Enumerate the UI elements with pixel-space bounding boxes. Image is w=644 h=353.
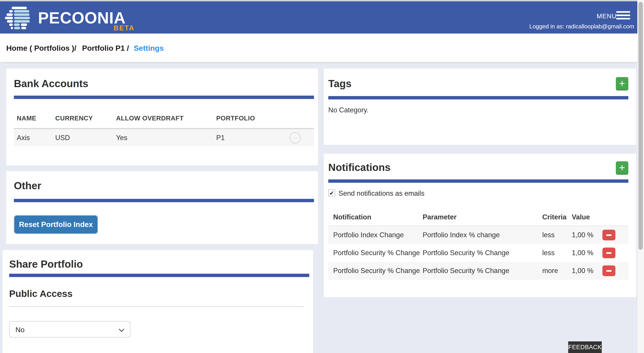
bank-cell-name: Axis bbox=[17, 129, 30, 146]
share-portfolio-title: Share Portfolio bbox=[9, 258, 83, 270]
remove-icon bbox=[606, 234, 612, 236]
reset-portfolio-index-button[interactable]: Reset Portfolio Index bbox=[14, 215, 98, 234]
remove-notification-button[interactable] bbox=[602, 265, 616, 276]
send-emails-checkbox[interactable]: ✔ bbox=[328, 189, 335, 196]
notif-cell-criteria: less bbox=[542, 244, 554, 262]
section-divider-bar bbox=[9, 274, 309, 277]
bank-cell-currency: USD bbox=[55, 129, 70, 146]
chevron-down-icon bbox=[120, 327, 124, 331]
breadcrumb-home-link[interactable]: Home ( Portfolios )/ bbox=[6, 44, 76, 52]
send-emails-checkbox-label: Send notifications as emails bbox=[338, 189, 424, 198]
section-divider-bar bbox=[14, 96, 314, 99]
public-access-selected-value: No bbox=[16, 326, 24, 334]
bank-table-header: NAME CURRENCY ALLOW OVERDRAFT PORTFOLIO bbox=[14, 115, 314, 124]
table-row: Portfolio Index Change Portfolio Index %… bbox=[328, 226, 628, 244]
public-access-heading: Public Access bbox=[9, 289, 72, 299]
bank-col-allow-overdraft: ALLOW OVERDRAFT bbox=[116, 115, 184, 122]
breadcrumb-settings-current[interactable]: Settings bbox=[134, 44, 164, 52]
notif-cell-notification: Portfolio Index Change bbox=[333, 226, 404, 244]
notif-col-parameter: Parameter bbox=[422, 213, 456, 221]
remove-notification-button[interactable] bbox=[602, 248, 616, 258]
beta-badge: BETA bbox=[114, 24, 134, 32]
notif-cell-parameter: Portfolio Security % Change bbox=[422, 262, 510, 280]
notifications-card: Notifications + ✔ Send notifications as … bbox=[324, 154, 636, 297]
logged-in-status: Logged in as: radicallooplab@gmail.com bbox=[529, 23, 634, 30]
scrollbar-track[interactable] bbox=[637, 0, 644, 353]
tags-card: Tags + No Category. bbox=[324, 69, 636, 145]
table-row: Portfolio Security % Change Portfolio Se… bbox=[328, 244, 628, 262]
notif-cell-value: 1,00 % bbox=[572, 244, 594, 262]
section-divider-bar bbox=[328, 96, 628, 99]
breadcrumb-portfolio-link[interactable]: Portfolio P1 / bbox=[82, 44, 129, 52]
notif-cell-criteria: more bbox=[542, 262, 558, 280]
bank-cell-allow-overdraft: Yes bbox=[116, 129, 128, 146]
remove-notification-button[interactable] bbox=[602, 230, 616, 240]
add-tag-button[interactable]: + bbox=[616, 77, 628, 90]
feedback-button[interactable]: FEEDBACK bbox=[568, 341, 602, 353]
notif-cell-criteria: less bbox=[542, 226, 554, 244]
notif-cell-parameter: Portfolio Index % change bbox=[422, 226, 500, 244]
notif-col-criteria: Criteria bbox=[542, 213, 567, 221]
pecoonia-hive-logo-icon bbox=[5, 7, 30, 30]
breadcrumb-bar: Home ( Portfolios )/ Portfolio P1 / Sett… bbox=[0, 33, 644, 62]
app-header: PECOONIA BETA MENU Logged in as: radical… bbox=[0, 1, 644, 33]
bank-col-portfolio: PORTFOLIO bbox=[216, 115, 255, 122]
bank-col-currency: CURRENCY bbox=[55, 115, 93, 122]
scrollbar-thumb[interactable] bbox=[638, 2, 643, 250]
table-row: Portfolio Security % Change Portfolio Se… bbox=[328, 262, 628, 280]
hamburger-menu-icon[interactable] bbox=[616, 11, 630, 21]
notif-cell-value: 1,00 % bbox=[572, 226, 594, 244]
section-divider-bar bbox=[14, 199, 314, 202]
bank-cell-portfolio: P1 bbox=[216, 129, 225, 146]
section-divider-bar bbox=[328, 179, 628, 183]
other-card: Other Reset Portfolio Index bbox=[6, 171, 318, 244]
public-access-select[interactable]: No bbox=[9, 321, 130, 338]
breadcrumb: Home ( Portfolios )/ Portfolio P1 / Sett… bbox=[6, 44, 164, 52]
notif-cell-notification: Portfolio Security % Change bbox=[333, 244, 420, 262]
tags-title: Tags bbox=[328, 77, 352, 90]
tags-empty-text: No Category. bbox=[328, 106, 368, 114]
bank-accounts-card: Bank Accounts NAME CURRENCY ALLOW OVERDR… bbox=[6, 69, 318, 165]
bank-accounts-title: Bank Accounts bbox=[14, 77, 88, 90]
add-notification-button[interactable]: + bbox=[616, 161, 628, 175]
notif-col-notification: Notification bbox=[333, 213, 372, 221]
remove-icon bbox=[606, 252, 612, 254]
notif-cell-value: 1,00 % bbox=[572, 262, 594, 280]
table-row: Axis USD Yes P1 ··· bbox=[14, 128, 314, 146]
menu-button-label[interactable]: MENU bbox=[596, 12, 616, 20]
public-access-rule bbox=[9, 306, 304, 307]
notifications-title: Notifications bbox=[328, 161, 391, 173]
remove-icon bbox=[606, 270, 612, 272]
brand-name: PECOONIA bbox=[38, 10, 126, 26]
row-actions-ellipsis-icon[interactable]: ··· bbox=[290, 132, 301, 143]
notif-cell-notification: Portfolio Security % Change bbox=[333, 262, 420, 280]
other-title: Other bbox=[14, 180, 41, 192]
bank-col-name: NAME bbox=[17, 115, 36, 122]
notif-col-value: Value bbox=[572, 213, 590, 221]
notif-cell-parameter: Portfolio Security % Change bbox=[422, 244, 510, 262]
share-portfolio-card: Share Portfolio Public Access No bbox=[2, 250, 313, 353]
